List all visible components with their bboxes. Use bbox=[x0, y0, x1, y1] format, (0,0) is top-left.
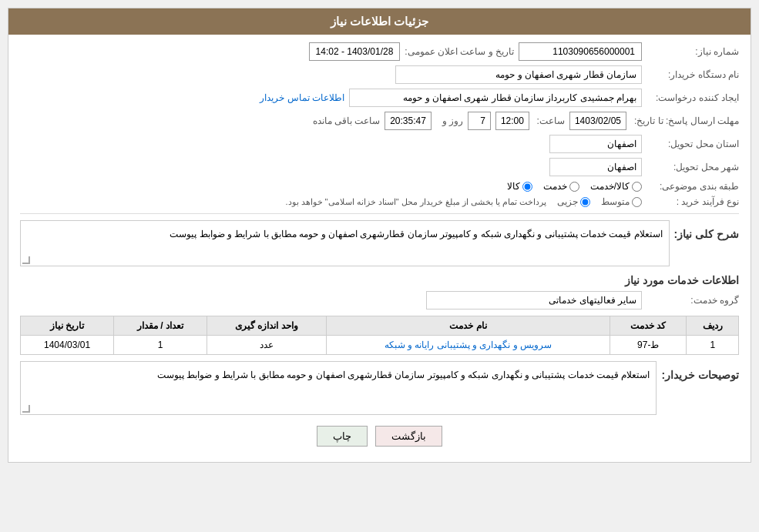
process-jozvi-item: جزیی bbox=[557, 196, 590, 207]
table-cell-row: 1 bbox=[687, 336, 739, 355]
radio-khedmat-label: خدمت bbox=[543, 181, 567, 192]
radio-khedmat-input[interactable] bbox=[569, 182, 579, 192]
datetime-label: تاریخ و ساعت اعلان عمومی: bbox=[405, 46, 514, 57]
process-jozvi-label: جزیی bbox=[557, 196, 578, 207]
buyer-desc-title: توصیحات خریدار: bbox=[661, 369, 739, 381]
bottom-buttons: بازگشت چاپ bbox=[20, 426, 739, 447]
deadline-remaining: 20:35:47 bbox=[385, 112, 432, 130]
category-label: طبقه بندی موضوعی: bbox=[646, 181, 739, 192]
radio-kala-label: کالا bbox=[507, 181, 520, 192]
table-cell-unit: عدد bbox=[207, 336, 327, 355]
process-motavasset-input[interactable] bbox=[632, 197, 642, 207]
process-jozvi-input[interactable] bbox=[580, 197, 590, 207]
service-group-value: سایر فعالیتهای خدماتی bbox=[426, 291, 642, 309]
province-row: استان محل تحویل: اصفهان bbox=[20, 135, 739, 153]
creator-row: ایجاد کننده درخواست: بهرام جمشیدی کاربرد… bbox=[20, 89, 739, 107]
radio-khedmat: خدمت bbox=[543, 181, 579, 192]
col-unit: واحد اندازه گیری bbox=[207, 316, 327, 336]
process-radio-group: متوسط جزیی پرداخت تمام یا بخشی از مبلغ خ… bbox=[285, 196, 642, 207]
need-number-label: شماره نیاز: bbox=[646, 46, 739, 57]
divider-1 bbox=[20, 213, 739, 214]
table-cell-quantity: 1 bbox=[114, 336, 207, 355]
creator-label: ایجاد کننده درخواست: bbox=[646, 92, 739, 103]
process-motavasset-label: متوسط bbox=[601, 196, 630, 207]
table-cell-date: 1404/03/01 bbox=[21, 336, 114, 355]
general-desc-content-wrapper: استعلام قیمت خدمات پشتیبانی و نگهداری شب… bbox=[20, 220, 670, 266]
main-container: جزئیات اطلاعات نیاز شماره نیاز: 11030906… bbox=[8, 8, 751, 463]
col-code: کد خدمت bbox=[610, 316, 687, 336]
service-table-section: ردیف کد خدمت نام خدمت واحد اندازه گیری ت… bbox=[20, 316, 739, 355]
deadline-remaining-label: ساعت باقی مانده bbox=[287, 115, 380, 126]
org-row: نام دستگاه خریدار: سازمان قطار شهری اصفه… bbox=[20, 65, 739, 84]
province-value: اصفهان bbox=[549, 135, 642, 153]
table-row: 1ط-97سرویس و نگهداری و پشتیبانی رایانه و… bbox=[21, 336, 739, 355]
col-quantity: تعداد / مقدار bbox=[114, 316, 207, 336]
datetime-value: 1403/01/28 - 14:02 bbox=[309, 42, 401, 61]
service-group-label: گروه خدمت: bbox=[646, 295, 739, 306]
deadline-time: 12:00 bbox=[495, 112, 529, 130]
service-group-row: گروه خدمت: سایر فعالیتهای خدماتی bbox=[20, 291, 739, 309]
org-value: سازمان قطار شهری اصفهان و حومه bbox=[395, 65, 642, 84]
content-area: شماره نیاز: 1103090656000001 تاریخ و ساع… bbox=[8, 35, 751, 462]
col-radif: ردیف bbox=[687, 316, 739, 336]
back-button[interactable]: بازگشت bbox=[375, 426, 442, 447]
contact-link[interactable]: اطلاعات تماس خریدار bbox=[260, 92, 344, 103]
radio-kala-khedmat: کالا/خدمت bbox=[590, 181, 642, 192]
deadline-days: 7 bbox=[468, 112, 491, 130]
org-label: نام دستگاه خریدار: bbox=[646, 69, 739, 80]
process-row: نوع فرآیند خرید : متوسط جزیی پرداخت تمام… bbox=[20, 196, 739, 207]
city-value: اصفهان bbox=[549, 158, 642, 176]
buyer-desc-content-wrapper: استعلام قیمت خدمات پشتیبانی و نگهداری شب… bbox=[20, 361, 657, 415]
table-cell-code: ط-97 bbox=[610, 336, 687, 355]
deadline-label: مهلت ارسال پاسخ: تا تاریخ: bbox=[631, 115, 739, 126]
radio-kala: کالا bbox=[507, 181, 532, 192]
process-note: پرداخت تمام یا بخشی از مبلغ خریدار محل "… bbox=[285, 197, 546, 207]
col-date: تاریخ نیاز bbox=[21, 316, 114, 336]
deadline-date: 1403/02/05 bbox=[569, 112, 626, 130]
general-desc-box: استعلام قیمت خدمات پشتیبانی و نگهداری شب… bbox=[20, 220, 670, 266]
service-table: ردیف کد خدمت نام خدمت واحد اندازه گیری ت… bbox=[20, 316, 739, 355]
process-label: نوع فرآیند خرید : bbox=[646, 196, 739, 207]
category-radio-group: کالا/خدمت خدمت کالا bbox=[507, 181, 642, 192]
general-desc-title: شرح کلی نیاز: bbox=[674, 228, 739, 240]
buyer-desc-box: استعلام قیمت خدمات پشتیبانی و نگهداری شب… bbox=[20, 361, 657, 415]
deadline-day-label: روز و bbox=[436, 115, 463, 126]
radio-kala-input[interactable] bbox=[522, 182, 532, 192]
table-cell-name: سرویس و نگهداری و پشتیبانی رایانه و شبکه bbox=[326, 336, 610, 355]
category-row: طبقه بندی موضوعی: کالا/خدمت خدمت کالا bbox=[20, 181, 739, 192]
service-section-title: اطلاعات خدمات مورد نیاز bbox=[20, 274, 739, 286]
page-header: جزئیات اطلاعات نیاز bbox=[8, 8, 751, 35]
print-button[interactable]: چاپ bbox=[317, 426, 368, 447]
deadline-time-label: ساعت: bbox=[534, 115, 565, 126]
need-number-value: 1103090656000001 bbox=[519, 42, 642, 61]
province-label: استان محل تحویل: bbox=[646, 139, 739, 149]
radio-kala-khedmat-input[interactable] bbox=[632, 182, 642, 192]
radio-kala-khedmat-label: کالا/خدمت bbox=[590, 181, 630, 192]
city-label: شهر محل تحویل: bbox=[646, 162, 739, 172]
table-header-row: ردیف کد خدمت نام خدمت واحد اندازه گیری ت… bbox=[21, 316, 739, 336]
need-number-row: شماره نیاز: 1103090656000001 تاریخ و ساع… bbox=[20, 42, 739, 61]
page-title: جزئیات اطلاعات نیاز bbox=[331, 15, 428, 28]
city-row: شهر محل تحویل: اصفهان bbox=[20, 158, 739, 176]
buyer-desc-row: توصیحات خریدار: استعلام قیمت خدمات پشتیب… bbox=[20, 361, 739, 415]
deadline-row: مهلت ارسال پاسخ: تا تاریخ: 1403/02/05 سا… bbox=[20, 112, 739, 130]
general-desc-row: شرح کلی نیاز: استعلام قیمت خدمات پشتیبان… bbox=[20, 220, 739, 266]
col-name: نام خدمت bbox=[326, 316, 610, 336]
process-motavasset-item: متوسط bbox=[601, 196, 642, 207]
creator-value: بهرام جمشیدی کاربرداز سازمان قطار شهری ا… bbox=[349, 89, 642, 107]
